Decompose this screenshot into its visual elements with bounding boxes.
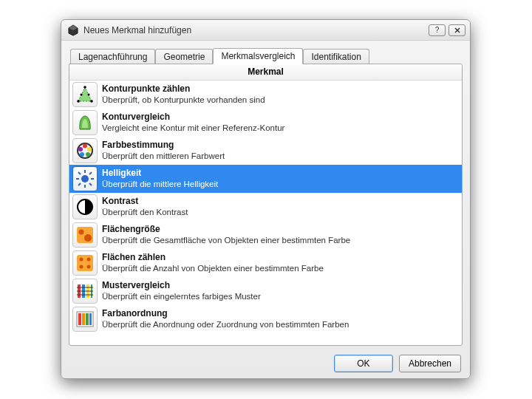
list-item-desc: Überprüft, ob Konturpunkte vorhanden sin…	[102, 95, 459, 105]
list-item[interactable]: HelligkeitÜberprüft die mittlere Helligk…	[69, 165, 462, 193]
dialog-body: Lagenachführung Geometrie Merkmalsvergle…	[61, 41, 470, 380]
help-button[interactable]: ?	[429, 24, 446, 36]
list-item-desc: Überprüft die mittlere Helligkeit	[102, 179, 459, 189]
list-item[interactable]: FlächengrößeÜberprüft die Gesamtfläche v…	[69, 221, 462, 249]
list-item-texts: FlächengrößeÜberprüft die Gesamtfläche v…	[102, 224, 459, 245]
svg-point-12	[87, 147, 92, 151]
list-item-name: Mustervergleich	[102, 280, 459, 291]
area-size-icon	[72, 222, 98, 248]
list-item-name: Kontrast	[102, 196, 459, 207]
close-button[interactable]	[449, 24, 466, 36]
svg-point-14	[80, 152, 84, 157]
brightness-icon	[72, 166, 98, 191]
svg-point-15	[78, 147, 83, 151]
app-icon	[67, 24, 79, 36]
list-item-name: Farbanordnung	[102, 308, 459, 319]
pattern-compare-icon	[72, 279, 98, 304]
dialog-window: Neues Merkmal hinzufügen ? Lagenachführu…	[61, 19, 471, 379]
list-item-name: Konturpunkte zählen	[102, 83, 459, 95]
tab-merkmalsvergleich[interactable]: Merkmalsvergleich	[213, 48, 303, 64]
list-item[interactable]: Flächen zählenÜberprüft die Anzahl von O…	[69, 249, 462, 277]
svg-point-11	[83, 144, 87, 149]
svg-rect-43	[82, 313, 85, 325]
list-item-desc: Überprüft den mittleren Farbwert	[102, 151, 459, 161]
svg-point-6	[83, 86, 86, 89]
list-item-texts: MustervergleichÜberprüft ein eingelernte…	[102, 280, 459, 301]
color-arrangement-icon	[72, 307, 98, 332]
color-detect-icon	[72, 138, 98, 163]
svg-point-31	[87, 258, 91, 262]
list-item-texts: KonturvergleichVergleicht eine Kontur mi…	[102, 112, 459, 133]
list-item[interactable]: KontrastÜberprüft den Kontrast	[69, 193, 462, 221]
tab-panel: Merkmal Konturpunkte zählenÜberprüft, ob…	[69, 64, 463, 346]
tab-geometrie[interactable]: Geometrie	[155, 49, 213, 64]
list-item[interactable]: Konturpunkte zählenÜberprüft, ob Konturp…	[69, 81, 462, 109]
list-item-desc: Vergleicht eine Kontur mit einer Referen…	[102, 123, 459, 133]
svg-point-27	[79, 230, 84, 235]
svg-rect-29	[77, 255, 93, 271]
list-item-desc: Überprüft die Gesamtfläche von Objekten …	[102, 235, 459, 245]
svg-point-16	[81, 175, 89, 183]
titlebar[interactable]: Neues Merkmal hinzufügen ?	[61, 20, 470, 41]
list-item-name: Helligkeit	[102, 168, 459, 179]
svg-rect-42	[78, 313, 81, 325]
column-header-merkmal: Merkmal	[69, 64, 462, 81]
tab-lagenachfuehrung[interactable]: Lagenachführung	[70, 49, 155, 64]
contrast-icon	[72, 194, 98, 219]
svg-point-7	[90, 100, 93, 103]
tabstrip: Lagenachführung Geometrie Merkmalsvergle…	[69, 47, 463, 64]
svg-point-32	[80, 265, 83, 269]
tab-identifikation[interactable]: Identifikation	[303, 49, 369, 64]
list-item-name: Flächengröße	[102, 224, 459, 235]
contour-compare-icon	[72, 110, 98, 135]
svg-point-33	[87, 265, 91, 269]
list-item-name: Konturvergleich	[102, 112, 459, 123]
svg-point-8	[81, 94, 83, 96]
svg-rect-45	[89, 313, 92, 325]
list-item-texts: FarbanordnungÜberprüft die Anordnung ode…	[102, 308, 459, 330]
list-item-name: Farbbestimmung	[102, 140, 459, 151]
list-item-texts: FarbbestimmungÜberprüft den mittleren Fa…	[102, 140, 459, 161]
contour-points-icon	[72, 82, 98, 107]
svg-line-22	[89, 183, 92, 185]
svg-rect-44	[86, 313, 89, 325]
list-item[interactable]: FarbanordnungÜberprüft die Anordnung ode…	[69, 305, 462, 333]
area-count-icon	[72, 250, 98, 276]
list-item-texts: KontrastÜberprüft den Kontrast	[102, 196, 459, 217]
svg-point-9	[88, 94, 90, 96]
list-item[interactable]: KonturvergleichVergleicht eine Kontur mi…	[69, 109, 462, 137]
svg-line-23	[89, 172, 92, 174]
svg-point-5	[77, 100, 80, 103]
svg-point-13	[86, 152, 90, 157]
svg-point-28	[84, 234, 92, 242]
svg-rect-26	[77, 227, 93, 243]
list-item-desc: Überprüft die Anzahl von Objekten einer …	[102, 263, 459, 273]
svg-line-21	[78, 172, 81, 174]
list-item[interactable]: FarbbestimmungÜberprüft den mittleren Fa…	[69, 137, 462, 165]
window-title: Neues Merkmal hinzufügen	[83, 25, 426, 35]
list-item[interactable]: MustervergleichÜberprüft ein eingelernte…	[69, 277, 462, 305]
svg-point-30	[80, 258, 83, 262]
list-item-texts: Flächen zählenÜberprüft die Anzahl von O…	[102, 252, 459, 273]
list-item-texts: HelligkeitÜberprüft die mittlere Helligk…	[102, 168, 459, 189]
cancel-button[interactable]: Abbrechen	[399, 355, 461, 372]
list-item-name: Flächen zählen	[102, 252, 459, 263]
svg-line-24	[78, 183, 81, 185]
ok-button[interactable]: OK	[334, 355, 393, 372]
list-item-desc: Überprüft die Anordnung oder Zuordnung v…	[102, 319, 459, 330]
list-item-desc: Überprüft ein eingelerntes farbiges Must…	[102, 291, 459, 301]
dialog-button-row: OK Abbrechen	[69, 355, 463, 372]
list-item-texts: Konturpunkte zählenÜberprüft, ob Konturp…	[102, 83, 459, 105]
feature-list[interactable]: Konturpunkte zählenÜberprüft, ob Konturp…	[69, 81, 462, 333]
list-item-desc: Überprüft den Kontrast	[102, 207, 459, 217]
